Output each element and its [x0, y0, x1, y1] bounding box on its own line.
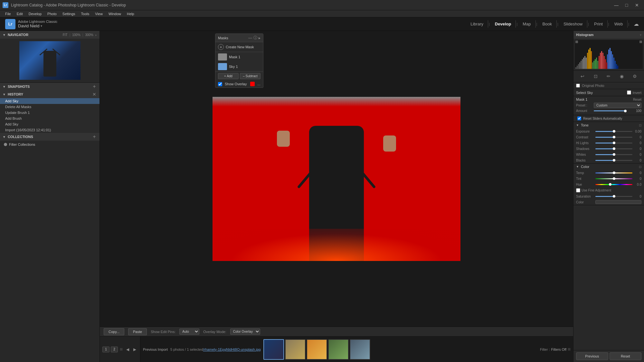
filter-value[interactable]: Filters Off [551, 348, 566, 351]
menu-tools[interactable]: Tools [79, 11, 92, 16]
menu-view[interactable]: View [92, 11, 105, 16]
tab-map[interactable]: Map [518, 20, 535, 28]
preset-select[interactable]: Custom [594, 103, 641, 108]
tab-develop[interactable]: Develop [490, 20, 516, 28]
filmstrip-thumb-1[interactable] [263, 339, 284, 360]
add-collection-button[interactable]: + [92, 134, 97, 139]
color-header[interactable]: ▼ Color ⊡ [573, 163, 644, 170]
tone-header[interactable]: ▼ Tone ⊡ [573, 122, 644, 128]
subtract-mask-button[interactable]: – Subtract [240, 73, 260, 79]
filmstrip-view-1-button[interactable]: 1 [102, 347, 109, 352]
show-overlay-checkbox[interactable] [218, 82, 222, 86]
previous-button[interactable]: Previous [576, 352, 608, 360]
crop-overlay-icon[interactable]: ⊡ [592, 72, 600, 80]
history-close-button[interactable]: ✕ [92, 92, 97, 97]
saturation-slider[interactable] [595, 196, 632, 197]
create-new-mask-button[interactable]: + Create New Mask [215, 42, 263, 52]
cloud-sync-icon[interactable]: ☁ [634, 21, 639, 27]
highlights-slider[interactable] [595, 143, 632, 144]
mask-info-icon[interactable]: ⓘ [253, 35, 257, 41]
histogram-expand-icon[interactable]: ▾ [640, 33, 641, 37]
amount-slider[interactable] [594, 110, 625, 111]
overlay-color-swatch[interactable] [250, 82, 255, 86]
filmstrip-prev-button[interactable]: ◀ [125, 347, 130, 352]
reset-button[interactable]: Reset [610, 352, 642, 360]
amount-value[interactable] [625, 109, 641, 113]
tab-slideshow[interactable]: Slideshow [559, 20, 587, 28]
filmstrip-thumb-5[interactable] [350, 339, 370, 360]
original-photo-checkbox[interactable] [576, 84, 580, 88]
menu-develop[interactable]: Develop [26, 11, 44, 16]
history-item-add-sky-2[interactable]: Add Sky [0, 121, 99, 127]
overlay-mode-select[interactable]: Color Overlay White Overlay Black Overla… [230, 329, 260, 335]
hue-slider[interactable] [595, 184, 632, 185]
maximize-button[interactable]: □ [622, 2, 631, 9]
history-item-add-sky-1[interactable]: Add Sky [0, 98, 99, 104]
temp-slider[interactable] [595, 172, 632, 173]
zoom-100-btn[interactable]: 100% [72, 33, 80, 37]
tint-slider[interactable] [595, 178, 632, 179]
blacks-slider[interactable] [595, 160, 632, 161]
filmstrip-next-button[interactable]: ▶ [132, 347, 137, 352]
histogram-clip-right[interactable] [639, 41, 642, 43]
histogram-clip-left[interactable] [575, 41, 578, 43]
add-mask-button[interactable]: + Add [218, 73, 239, 79]
history-item-delete-masks[interactable]: Delete All Masks [0, 104, 99, 110]
menu-settings[interactable]: Settings [60, 11, 78, 16]
snapshots-header[interactable]: ▼ Snapshots + [0, 83, 99, 90]
tab-web[interactable]: Web [610, 20, 628, 28]
mask-item-mask1[interactable]: Mask 1 [215, 52, 263, 62]
shadows-slider[interactable] [595, 148, 632, 149]
filter-dropdown-icon[interactable]: ⊞ [568, 347, 571, 351]
history-item-add-brush[interactable]: Add Brush [0, 116, 99, 121]
close-button[interactable]: ✕ [632, 2, 641, 9]
collections-header[interactable]: ▼ Collections + [0, 133, 99, 141]
filmstrip-thumb-3[interactable] [307, 339, 327, 360]
reset-sliders-checkbox[interactable] [577, 116, 581, 120]
menu-photo[interactable]: Photo [45, 11, 59, 16]
gear-icon[interactable]: ⚙ [631, 72, 639, 80]
zoom-300-btn[interactable]: 300% [85, 33, 93, 37]
show-edit-pins-select[interactable]: Auto Always Never [179, 329, 199, 335]
history-header[interactable]: ▼ History ✕ [0, 90, 99, 98]
mask-minimize-icon[interactable]: — [248, 36, 252, 40]
reset-top-button[interactable]: Reset [633, 98, 641, 101]
user-name[interactable]: David Nield ▾ [18, 23, 57, 28]
contrast-slider[interactable] [595, 137, 632, 138]
menu-window[interactable]: Window [106, 11, 124, 16]
mask-item-sky1[interactable]: Sky 1 [215, 62, 263, 71]
menu-edit[interactable]: Edit [14, 11, 25, 16]
paste-button[interactable]: Paste [128, 328, 147, 335]
navigator-header[interactable]: ▼ Navigator FIT | 100% | 300% ▸ [0, 31, 99, 39]
color-reset-icon[interactable]: ⊡ [639, 165, 641, 169]
color-swatch-bar[interactable] [595, 200, 641, 204]
overlay-more-button[interactable]: ... [257, 82, 260, 86]
menu-file[interactable]: File [3, 11, 14, 16]
whites-slider[interactable] [595, 154, 632, 155]
filmstrip-thumb-2[interactable] [285, 339, 306, 360]
mask-close-icon[interactable]: ▸ [259, 36, 260, 40]
zoom-fit-btn[interactable]: FIT [63, 33, 68, 37]
invert-checkbox[interactable] [627, 90, 631, 95]
copy-button[interactable]: Copy... [104, 328, 124, 335]
history-item-import[interactable]: Import (16/05/2023 12:41:01) [0, 127, 99, 133]
fine-adjustment-checkbox[interactable] [576, 188, 580, 192]
dropdown-arrow[interactable]: ▾ [41, 24, 42, 28]
eye-icon[interactable]: ◉ [618, 72, 626, 80]
zoom-more-icon[interactable]: ▸ [95, 33, 97, 37]
add-snapshot-button[interactable]: + [92, 84, 97, 89]
tab-book[interactable]: Book [538, 20, 557, 28]
crop-tool-icon[interactable]: ↩ [579, 72, 586, 80]
menu-help[interactable]: Help [124, 11, 137, 16]
filmstrip-path[interactable]: /rhamely-1EpgNldHt8Q-unsplash.jpg [203, 348, 261, 351]
tone-reset-icon[interactable]: ⊡ [639, 124, 641, 127]
exposure-slider[interactable] [595, 131, 632, 132]
filmstrip-view-2-button[interactable]: 2 [111, 347, 118, 352]
heal-tool-icon[interactable]: ✏ [605, 72, 612, 80]
tab-library[interactable]: Library [466, 20, 488, 28]
minimize-button[interactable]: — [612, 2, 621, 9]
filter-collections-row[interactable]: Filter Collections [0, 141, 99, 148]
filmstrip-thumb-4[interactable] [328, 339, 349, 360]
tab-print[interactable]: Print [590, 20, 608, 28]
history-item-update-brush[interactable]: Update Brush 1 [0, 110, 99, 116]
